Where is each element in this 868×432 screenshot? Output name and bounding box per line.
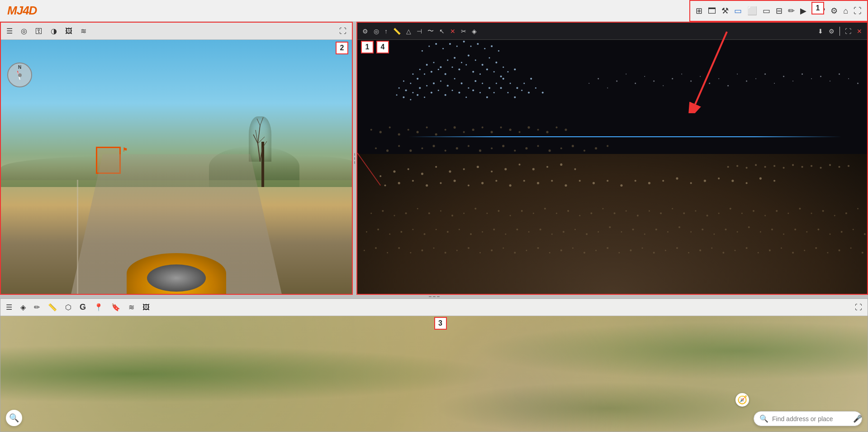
svg-point-293 <box>781 247 782 249</box>
svg-point-67 <box>431 92 432 94</box>
pano-fullscreen-icon[interactable]: ⛶ <box>337 26 348 36</box>
svg-point-53 <box>474 80 476 82</box>
svg-point-82 <box>535 87 536 89</box>
pc-arrow-up-icon[interactable]: ↑ <box>383 27 389 36</box>
svg-point-172 <box>394 215 395 216</box>
panel-cross-icon[interactable]: ⊟ <box>774 5 784 17</box>
svg-point-127 <box>393 170 395 173</box>
vertical-resize-handle[interactable] <box>0 295 868 298</box>
svg-point-34 <box>465 64 467 66</box>
svg-point-49 <box>447 85 449 86</box>
map-content[interactable]: Lake Rd Lake Rd <box>0 316 868 432</box>
map-terrain-icon[interactable]: ≋ <box>127 302 136 312</box>
pc-gear-icon[interactable]: ⚙ <box>827 27 836 36</box>
horizontal-resize-handle[interactable] <box>353 22 356 295</box>
circle-icon[interactable]: ◎ <box>19 26 29 36</box>
map-bookmark-icon[interactable]: 🔖 <box>109 302 122 312</box>
svg-point-222 <box>470 233 472 235</box>
svg-point-320 <box>417 131 419 133</box>
svg-point-60 <box>523 83 525 84</box>
pc-layers-icon[interactable]: ◈ <box>470 27 478 36</box>
svg-point-70 <box>451 90 453 91</box>
map-panel-number: 3 <box>434 317 447 330</box>
menu-icon[interactable]: ☰ <box>5 26 14 36</box>
settings-icon[interactable]: ⚙ <box>829 5 840 17</box>
brightness-icon[interactable]: ◑ <box>49 26 59 36</box>
map-layers-icon[interactable]: ◈ <box>19 302 28 312</box>
svg-point-239 <box>667 231 669 232</box>
map-pin-icon[interactable]: 📍 <box>92 302 105 312</box>
image-icon[interactable]: 🖼 <box>63 26 74 36</box>
svg-point-41 <box>514 68 516 70</box>
svg-point-280 <box>630 250 631 251</box>
svg-point-103 <box>653 80 655 82</box>
pc-circle-icon[interactable]: ◎ <box>372 27 380 36</box>
svg-point-129 <box>421 173 423 175</box>
pc-wave-icon[interactable]: 〜 <box>426 26 435 36</box>
layers-icon[interactable]: 🗖 <box>706 5 718 17</box>
svg-point-46 <box>426 85 427 86</box>
pc-scissors-icon[interactable]: ✂ <box>460 27 468 36</box>
svg-point-204 <box>764 215 766 216</box>
fork-icon[interactable]: ⚒ <box>720 5 730 17</box>
pc-triangle-icon[interactable]: △ <box>405 27 413 36</box>
pc-split-icon[interactable]: ⊣ <box>415 27 423 36</box>
panel-vertical-icon[interactable]: ⬜ <box>745 5 759 17</box>
svg-point-149 <box>495 180 497 182</box>
svg-point-138 <box>546 166 548 168</box>
svg-point-256 <box>864 233 866 235</box>
svg-point-85 <box>428 46 430 47</box>
svg-point-349 <box>514 150 516 152</box>
svg-point-183 <box>521 210 523 212</box>
map-zoom-search-button[interactable]: 🔍 <box>6 410 22 426</box>
pc-maximize-icon[interactable]: ⛶ <box>844 27 853 36</box>
map-G-icon[interactable]: G <box>78 302 88 313</box>
grid-view-icon[interactable]: ⊞ <box>694 5 704 17</box>
pc-ruler-icon[interactable]: 📏 <box>392 27 402 36</box>
panel-horiz-icon[interactable]: ▭ <box>761 5 772 17</box>
svg-point-12 <box>419 69 421 70</box>
svg-point-170 <box>370 212 372 214</box>
map-search-bar[interactable]: 🔍 🎤 <box>754 411 862 426</box>
map-image-icon[interactable]: 🖼 <box>141 302 152 312</box>
svg-point-35 <box>472 71 474 72</box>
svg-point-158 <box>620 184 622 187</box>
svg-point-190 <box>602 208 603 209</box>
pc-settings-icon[interactable]: ⚙ <box>361 27 370 36</box>
map-search-mic-icon[interactable]: 🎤 <box>853 414 862 423</box>
svg-point-189 <box>590 212 592 214</box>
key-icon[interactable]: ⚿ <box>33 26 44 36</box>
svg-point-92 <box>477 43 479 45</box>
fullscreen-icon[interactable]: ⛶ <box>852 5 863 17</box>
svg-point-228 <box>540 229 541 230</box>
svg-point-354 <box>572 145 574 147</box>
map-compass[interactable]: 🧭 <box>735 393 749 407</box>
pointcloud-panel-number-4: 4 <box>376 41 389 53</box>
pc-download-icon[interactable]: ⬇ <box>816 27 825 36</box>
svg-point-340 <box>409 149 412 152</box>
map-ruler-icon[interactable]: 📏 <box>46 302 59 312</box>
map-edit-icon[interactable]: ✏ <box>32 302 42 312</box>
pc-x-icon[interactable]: ✕ <box>855 27 863 36</box>
svg-point-47 <box>433 82 435 84</box>
map-search-icon: 🔍 <box>759 414 768 423</box>
map-marker-icon[interactable]: ⬡ <box>63 302 73 312</box>
svg-point-357 <box>607 145 608 147</box>
pc-cursor-icon[interactable]: ↖ <box>438 27 446 36</box>
pc-close-red-icon[interactable]: ✕ <box>449 27 457 36</box>
top-row: ☰ ◎ ⚿ ◑ 🖼 ≋ ⛶ 2 <box>0 22 868 295</box>
map-menu-icon[interactable]: ☰ <box>4 302 14 312</box>
svg-point-274 <box>560 250 562 251</box>
svg-point-317 <box>389 126 391 128</box>
rectangle-icon[interactable]: ▭ <box>732 5 744 17</box>
svg-point-211 <box>845 212 847 214</box>
map-fullscreen-icon[interactable]: ⛶ <box>853 302 864 312</box>
svg-point-125 <box>857 83 859 84</box>
play-icon[interactable]: ▶ <box>798 5 808 17</box>
home-icon[interactable]: ⌂ <box>841 5 850 17</box>
edit-icon[interactable]: ✏ <box>786 5 797 17</box>
svg-point-38 <box>493 71 495 72</box>
svg-point-207 <box>799 208 801 210</box>
map-search-input[interactable] <box>772 415 851 422</box>
terrain-icon[interactable]: ≋ <box>79 26 88 36</box>
